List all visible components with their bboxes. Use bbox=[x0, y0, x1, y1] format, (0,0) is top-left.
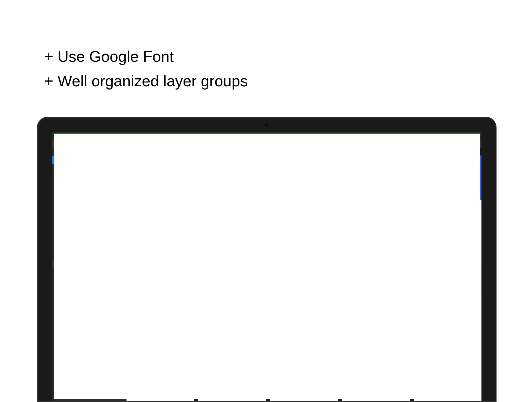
canvas[interactable]: 01_Index_Standart Your ideas, make it ha… bbox=[126, 148, 481, 401]
feature-item-2: + Well organized layer groups bbox=[44, 69, 248, 93]
laptop-frame: Sketch File Edit Insert Layer Text Proto… bbox=[37, 117, 497, 402]
screen: Sketch File Edit Insert Layer Text Proto… bbox=[52, 132, 481, 401]
feature-list: + Use Google Font + Well organized layer… bbox=[44, 44, 248, 93]
camera-dot bbox=[265, 124, 268, 127]
artboard-05-saas[interactable]: 05_Index_SAAS Connect with customer in a… bbox=[414, 148, 481, 401]
feature-item-1: + Use Google Font bbox=[44, 44, 248, 69]
artboard-surface[interactable]: Connect with customer in a new way Moder… bbox=[414, 155, 481, 401]
